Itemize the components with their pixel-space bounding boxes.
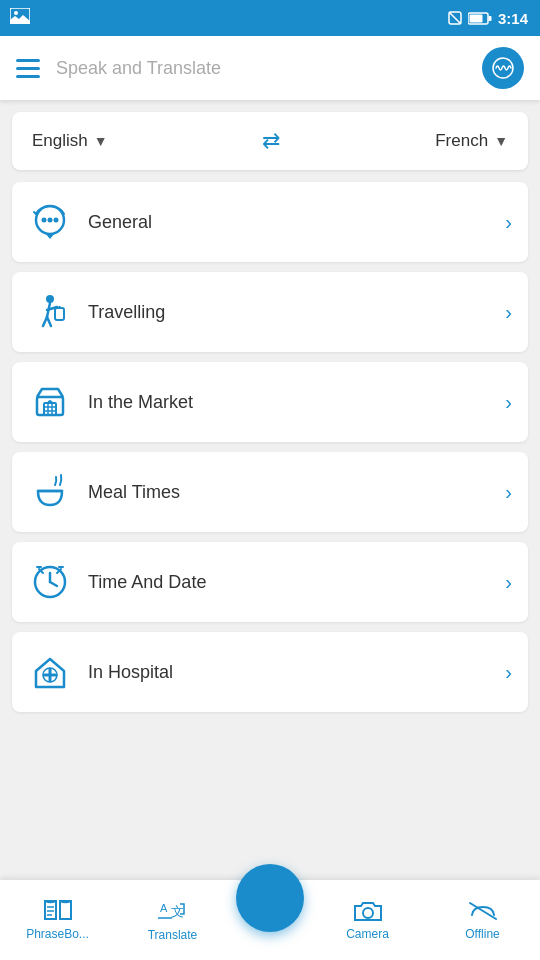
offline-icon	[468, 899, 498, 923]
svg-rect-19	[37, 397, 63, 415]
svg-line-3	[449, 12, 461, 24]
target-language-selector[interactable]: French ▼	[435, 131, 508, 151]
meal-icon	[28, 470, 72, 514]
svg-point-11	[54, 218, 59, 223]
voice-button[interactable]	[482, 47, 524, 89]
category-label-hospital: In Hospital	[88, 662, 489, 683]
source-language-selector[interactable]: English ▼	[32, 131, 108, 151]
svg-point-1	[14, 11, 18, 15]
category-label-market: In the Market	[88, 392, 489, 413]
target-lang-dropdown-icon: ▼	[494, 133, 508, 149]
clock-icon	[28, 560, 72, 604]
target-language-label: French	[435, 131, 488, 151]
app-bar: Speak and Translate	[0, 36, 540, 100]
chevron-right-icon: ›	[505, 301, 512, 324]
chevron-right-icon: ›	[505, 391, 512, 414]
source-language-label: English	[32, 131, 88, 151]
waveform-icon	[492, 57, 514, 79]
swap-languages-button[interactable]: ⇄	[262, 128, 280, 154]
svg-line-16	[47, 317, 51, 326]
camera-icon	[353, 899, 383, 923]
app-title: Speak and Translate	[56, 58, 466, 79]
status-icons: 3:14	[424, 10, 528, 27]
svg-line-28	[50, 582, 57, 586]
nav-label-translate: Translate	[148, 928, 198, 942]
svg-rect-6	[488, 16, 491, 21]
category-item-hospital[interactable]: In Hospital ›	[12, 632, 528, 712]
nav-label-phrasebook: PhraseBo...	[26, 927, 89, 941]
svg-point-9	[42, 218, 47, 223]
menu-button[interactable]	[16, 59, 40, 78]
svg-rect-20	[44, 403, 56, 415]
hospital-icon	[28, 650, 72, 694]
svg-text:文: 文	[171, 904, 184, 919]
category-list: General › Travelling ›	[0, 182, 540, 712]
chevron-right-icon: ›	[505, 661, 512, 684]
nav-item-translate[interactable]: A 文 Translate	[115, 898, 230, 942]
nav-item-camera[interactable]: Camera	[310, 899, 425, 941]
category-item-general[interactable]: General ›	[12, 182, 528, 262]
chat-icon	[28, 200, 72, 244]
category-label-meal: Meal Times	[88, 482, 489, 503]
category-label-travelling: Travelling	[88, 302, 489, 323]
status-time: 3:14	[498, 10, 528, 27]
svg-rect-17	[55, 308, 64, 320]
category-item-travelling[interactable]: Travelling ›	[12, 272, 528, 352]
nav-label-camera: Camera	[346, 927, 389, 941]
nav-item-offline[interactable]: Offline	[425, 899, 540, 941]
category-item-market[interactable]: In the Market ›	[12, 362, 528, 442]
svg-text:A: A	[160, 902, 168, 914]
nav-label-offline: Offline	[465, 927, 499, 941]
source-lang-dropdown-icon: ▼	[94, 133, 108, 149]
phrasebook-icon	[43, 899, 73, 923]
home-fab-button[interactable]	[236, 864, 304, 932]
translate-icon: A 文	[158, 898, 188, 924]
sim-icon	[448, 11, 462, 25]
category-item-time[interactable]: Time And Date ›	[12, 542, 528, 622]
category-label-general: General	[88, 212, 489, 233]
svg-rect-5	[469, 14, 482, 22]
travel-icon	[28, 290, 72, 334]
chevron-right-icon: ›	[505, 481, 512, 504]
wifi-icon	[424, 11, 442, 25]
language-selector: English ▼ ⇄ French ▼	[12, 112, 528, 170]
chevron-right-icon: ›	[505, 571, 512, 594]
svg-point-10	[48, 218, 53, 223]
chevron-right-icon: ›	[505, 211, 512, 234]
nav-item-phrasebook[interactable]: PhraseBo...	[0, 899, 115, 941]
gallery-status-icon	[10, 8, 30, 28]
home-icon	[253, 883, 287, 913]
battery-icon	[468, 12, 492, 25]
status-bar: 3:14	[0, 0, 540, 36]
category-item-meal[interactable]: Meal Times ›	[12, 452, 528, 532]
market-icon	[28, 380, 72, 424]
category-label-time: Time And Date	[88, 572, 489, 593]
svg-point-42	[363, 908, 373, 918]
